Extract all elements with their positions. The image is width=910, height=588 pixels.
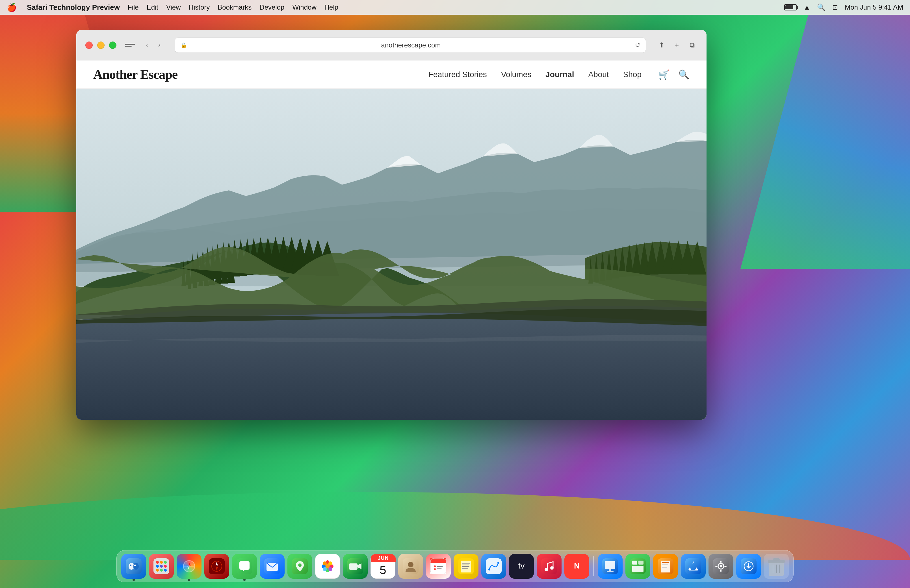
svg-point-90: [408, 562, 413, 567]
svg-point-57: [160, 565, 163, 568]
maximize-button[interactable]: [109, 42, 117, 49]
dock-item-maps[interactable]: [287, 554, 312, 579]
dock-item-safari[interactable]: [176, 554, 201, 579]
nav-journal[interactable]: Journal: [546, 70, 574, 79]
dock-separator: [593, 556, 594, 576]
search-menubar-icon[interactable]: 🔍: [817, 3, 826, 11]
svg-point-84: [323, 567, 327, 571]
new-tab-button[interactable]: +: [672, 40, 682, 50]
hero-landscape: [76, 89, 706, 420]
dock-item-appstore[interactable]: [681, 554, 706, 579]
apple-logo[interactable]: 🍎: [7, 3, 17, 12]
dock-item-reminders[interactable]: [426, 554, 451, 579]
svg-rect-68: [209, 558, 225, 574]
svg-point-76: [298, 564, 301, 567]
dock-item-photos[interactable]: [315, 554, 340, 579]
lock-icon: 🔒: [181, 42, 187, 48]
svg-point-51: [134, 565, 136, 566]
menubar-clock: Mon Jun 5 9:41 AM: [845, 3, 903, 11]
dock-item-compass[interactable]: [204, 554, 229, 579]
menubar-help[interactable]: Help: [324, 3, 338, 11]
svg-point-85: [329, 567, 332, 571]
dock-item-keynote[interactable]: [598, 554, 623, 579]
control-center-icon[interactable]: ⊡: [832, 3, 838, 11]
dock-item-notes[interactable]: [453, 554, 478, 579]
minimize-button[interactable]: [97, 42, 105, 49]
address-bar[interactable]: 🔒 anotherescape.com ↺: [175, 37, 646, 53]
forward-button[interactable]: ›: [154, 40, 165, 50]
svg-point-56: [156, 565, 159, 568]
svg-rect-135: [721, 561, 722, 563]
dock-item-finder[interactable]: [121, 554, 146, 579]
share-button[interactable]: ⬆: [656, 40, 667, 50]
nav-featured-stories[interactable]: Featured Stories: [428, 70, 487, 79]
calendar-month: JUN: [371, 554, 396, 562]
url-text[interactable]: anotherescape.com: [190, 41, 631, 49]
menubar-view[interactable]: View: [166, 3, 181, 11]
menubar-edit[interactable]: Edit: [147, 3, 158, 11]
svg-rect-118: [609, 569, 611, 571]
bg-decoration-2: [740, 15, 910, 269]
dock-item-freeform[interactable]: [481, 554, 506, 579]
cart-icon[interactable]: 🛒: [659, 69, 670, 80]
dock-item-numbers[interactable]: [625, 554, 650, 579]
svg-rect-122: [638, 561, 643, 565]
hero-section: [76, 89, 706, 420]
svg-rect-138: [724, 566, 727, 567]
svg-rect-97: [437, 566, 443, 567]
svg-rect-129: [662, 567, 667, 568]
svg-point-113: [550, 566, 554, 570]
svg-point-82: [323, 561, 327, 565]
menubar-app-name[interactable]: Safari Technology Preview: [27, 3, 120, 12]
dock-item-music[interactable]: [537, 554, 562, 579]
dock-item-trash[interactable]: [764, 554, 789, 579]
dock-item-appletv[interactable]: tv: [509, 554, 534, 579]
svg-point-54: [160, 561, 163, 564]
menubar-history[interactable]: History: [189, 3, 210, 11]
site-nav-links: Featured Stories Volumes Journal About S…: [428, 70, 641, 79]
website-content: Another Escape Featured Stories Volumes …: [76, 60, 706, 420]
svg-rect-111: [541, 558, 557, 574]
svg-rect-126: [662, 562, 669, 563]
dock-item-mail[interactable]: [260, 554, 285, 579]
dock-item-messages[interactable]: [232, 554, 257, 579]
svg-rect-127: [662, 564, 668, 565]
nav-about[interactable]: About: [588, 70, 609, 79]
svg-point-107: [488, 569, 490, 570]
dock-item-airdrop[interactable]: [736, 554, 761, 579]
sidebar-toggle-button[interactable]: [125, 42, 135, 49]
browser-chrome: ‹ › 🔒 anotherescape.com ↺ ⬆ + ⧉: [76, 30, 706, 60]
browser-actions: ⬆ + ⧉: [656, 40, 698, 50]
svg-point-108: [497, 562, 499, 564]
svg-point-96: [434, 565, 436, 567]
bg-decoration-3: [0, 447, 910, 560]
dock-item-facetime[interactable]: [343, 554, 368, 579]
menubar-develop[interactable]: Develop: [259, 3, 284, 11]
site-nav-actions: 🛒 🔍: [659, 69, 690, 80]
menubar: 🍎 Safari Technology Preview File Edit Vi…: [0, 0, 910, 15]
nav-volumes[interactable]: Volumes: [501, 70, 531, 79]
svg-rect-119: [607, 571, 614, 572]
tabs-button[interactable]: ⧉: [687, 40, 698, 50]
nav-shop[interactable]: Shop: [623, 70, 641, 79]
dock-item-launchpad[interactable]: [149, 554, 174, 579]
close-button[interactable]: [85, 42, 93, 49]
site-logo[interactable]: Another Escape: [93, 67, 178, 82]
reload-button[interactable]: ↺: [635, 42, 640, 49]
menubar-window[interactable]: Window: [292, 3, 316, 11]
dock-item-contacts[interactable]: [398, 554, 423, 579]
dock-item-news[interactable]: N: [564, 554, 589, 579]
search-icon[interactable]: 🔍: [678, 69, 690, 80]
svg-rect-117: [605, 561, 615, 569]
dock-item-pages[interactable]: [653, 554, 678, 579]
svg-rect-105: [462, 568, 468, 569]
svg-rect-104: [462, 566, 470, 567]
menubar-bookmarks[interactable]: Bookmarks: [218, 3, 251, 11]
back-button[interactable]: ‹: [142, 40, 152, 50]
browser-window: ‹ › 🔒 anotherescape.com ↺ ⬆ + ⧉ Another …: [76, 30, 706, 420]
dock-item-calendar[interactable]: JUN 5: [371, 554, 395, 579]
dock-item-system-preferences[interactable]: [709, 554, 734, 579]
svg-point-98: [434, 568, 436, 570]
menubar-file[interactable]: File: [128, 3, 139, 11]
svg-rect-131: [689, 570, 698, 570]
